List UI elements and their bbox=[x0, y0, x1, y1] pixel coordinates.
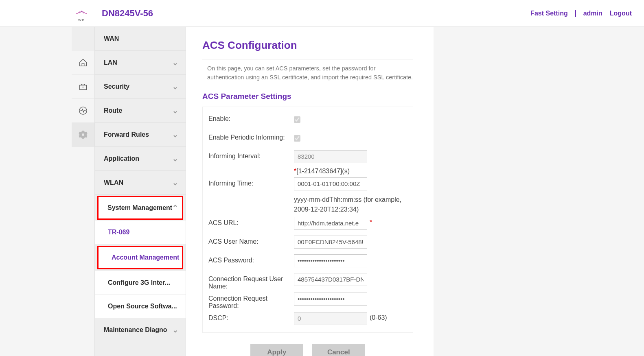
chevron-down-icon: ⌄ bbox=[172, 82, 178, 91]
fast-setting-link[interactable]: Fast Setting bbox=[530, 10, 568, 17]
nav-item-wan[interactable]: WAN bbox=[95, 27, 186, 51]
label-enable-periodic: Enable Periodic Informing: bbox=[208, 131, 294, 141]
divider bbox=[575, 10, 576, 17]
nav-item-application[interactable]: Application⌄ bbox=[95, 147, 186, 171]
admin-link[interactable]: admin bbox=[583, 10, 602, 17]
model-name: DN8245V-56 bbox=[102, 8, 153, 19]
home-icon[interactable] bbox=[72, 51, 94, 75]
content-area: ACS Configuration On this page, you can … bbox=[186, 27, 434, 356]
nav-item-lan[interactable]: LAN⌄ bbox=[95, 51, 186, 75]
chevron-down-icon: ⌄ bbox=[172, 106, 178, 115]
hint-dscp: (0-63) bbox=[370, 312, 387, 321]
label-informing-interval: Informing Interval: bbox=[208, 150, 294, 160]
page-title: ACS Configuration bbox=[202, 39, 413, 52]
svg-rect-0 bbox=[80, 85, 87, 90]
divider bbox=[202, 59, 413, 59]
activity-icon[interactable] bbox=[72, 99, 94, 123]
label-acs-pass: ACS Password: bbox=[208, 254, 294, 264]
highlight-account-management: Account Management bbox=[97, 246, 183, 269]
nav-item-route[interactable]: Route⌄ bbox=[95, 99, 186, 123]
page-description: On this page, you can set ACS parameters… bbox=[202, 64, 413, 82]
chevron-down-icon: ⌄ bbox=[172, 154, 178, 163]
label-enable: Enable: bbox=[208, 113, 294, 122]
required-star: * bbox=[370, 217, 372, 226]
enable-checkbox bbox=[294, 116, 300, 123]
cancel-button[interactable]: Cancel bbox=[312, 344, 365, 356]
nav-sidebar: WAN LAN⌄ Security⌄ Route⌄ Forward Rules⌄… bbox=[94, 27, 186, 356]
subnav-account-management[interactable]: Account Management bbox=[99, 247, 182, 268]
chevron-down-icon: ⌄ bbox=[172, 325, 178, 334]
label-conn-req-pass: Connection Request Password: bbox=[208, 293, 294, 310]
subnav-open-source[interactable]: Open Source Softwa... bbox=[95, 295, 186, 318]
label-dscp: DSCP: bbox=[208, 312, 294, 322]
apply-button[interactable]: Apply bbox=[250, 344, 303, 356]
logout-link[interactable]: Logout bbox=[610, 10, 632, 17]
hint-informing-time: yyyy-mm-ddThh:mm:ss (for example, 2009-1… bbox=[294, 193, 407, 214]
form-box: Enable: Enable Periodic Informing: Infor… bbox=[202, 107, 413, 333]
highlight-system-management: System Management⌃ bbox=[97, 196, 183, 220]
acs-pass-input[interactable] bbox=[294, 254, 367, 267]
nav-item-security[interactable]: Security⌄ bbox=[95, 75, 186, 99]
informing-interval-input[interactable] bbox=[294, 150, 367, 163]
chevron-down-icon: ⌄ bbox=[172, 130, 178, 139]
label-conn-req-user: Connection Request User Name: bbox=[208, 273, 294, 290]
enable-periodic-checkbox bbox=[294, 135, 300, 142]
acs-url-input[interactable] bbox=[294, 217, 367, 230]
label-informing-time: Informing Time: bbox=[208, 177, 294, 187]
nav-item-wlan[interactable]: WLAN⌄ bbox=[95, 171, 186, 195]
icon-rail bbox=[72, 27, 94, 356]
chevron-down-icon: ⌄ bbox=[172, 178, 178, 187]
nav-item-system-management[interactable]: System Management⌃ bbox=[99, 197, 182, 218]
conn-req-user-input[interactable] bbox=[294, 273, 367, 286]
section-title: ACS Parameter Settings bbox=[202, 92, 413, 101]
informing-time-input[interactable] bbox=[294, 177, 367, 190]
acs-user-input[interactable] bbox=[294, 236, 367, 249]
toolbox-icon[interactable] bbox=[72, 75, 94, 99]
subnav-tr069[interactable]: TR-069 bbox=[95, 221, 186, 244]
chevron-down-icon: ⌄ bbox=[172, 58, 178, 67]
brand-logo: ෴ we bbox=[73, 4, 90, 23]
header: ෴ we DN8245V-56 Fast Setting admin Logou… bbox=[0, 0, 644, 27]
label-acs-user: ACS User Name: bbox=[208, 236, 294, 245]
dscp-input[interactable] bbox=[294, 312, 367, 325]
chevron-up-icon: ⌃ bbox=[172, 203, 178, 212]
gear-icon[interactable] bbox=[72, 123, 94, 147]
subnav-configure-3g[interactable]: Configure 3G Inter... bbox=[95, 271, 186, 295]
label-acs-url: ACS URL: bbox=[208, 217, 294, 227]
nav-item-maintenance[interactable]: Maintenance Diagno⌄ bbox=[95, 318, 186, 342]
hint-informing-interval: *[1-2147483647](s) bbox=[294, 166, 350, 175]
nav-item-forward-rules[interactable]: Forward Rules⌄ bbox=[95, 123, 186, 147]
conn-req-pass-input[interactable] bbox=[294, 293, 367, 306]
